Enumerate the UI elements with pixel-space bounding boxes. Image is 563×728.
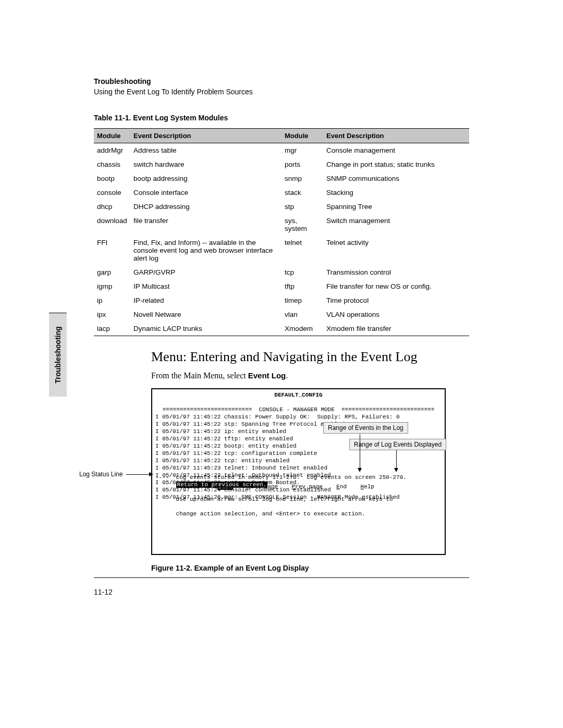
table-cell: addrMgr (94, 143, 130, 158)
body-bold: Event Log (248, 371, 286, 380)
console-log-line: I 05/01/97 11:45:22 tcp: entity enabled (155, 457, 442, 464)
table-cell: mgr (282, 143, 323, 158)
table-cell: download (94, 214, 130, 236)
table-cell: Find, Fix, and Inform) -- available in t… (130, 236, 282, 265)
table-row: ipIP-relatedtimepTime protocol (94, 293, 469, 307)
console-return-line: Return to previous screen. (176, 482, 268, 488)
table-row: downloadfile transfersys, systemSwitch m… (94, 214, 469, 236)
table-cell: ip (94, 293, 130, 307)
table-cell: FFI (94, 236, 130, 265)
table-cell: timep (282, 293, 323, 307)
table-cell: stack (282, 186, 323, 200)
console-divider: ========================== CONSOLE - MAN… (155, 406, 442, 413)
table-row: bootpbootp addressingsnmpSNMP communicat… (94, 171, 469, 186)
subsection-heading: Menu: Entering and Navigating in the Eve… (151, 349, 418, 365)
table-cell: switch hardware (130, 157, 282, 171)
arrow-head-right-icon (149, 472, 153, 476)
console-help-1: Use up/down arrow scroll log one line, l… (176, 496, 393, 502)
th-desc-2: Event Description (323, 129, 469, 143)
console-log-line: I 05/01/97 11:45:23 telnet: Inbound teln… (155, 464, 442, 472)
table-row: lacpDynamic LACP trunksXmodemXmodem file… (94, 322, 469, 336)
table-row: FFIFind, Fix, and Inform) -- available i… (94, 236, 469, 265)
table-cell: telnet (282, 236, 323, 265)
table-cell: DHCP addressing (130, 200, 282, 214)
table-cell: Switch management (323, 214, 469, 236)
table-cell: Console management (323, 143, 469, 158)
table-cell: lacp (94, 322, 130, 336)
console-help-2: change action selection, and <Enter> to … (176, 511, 365, 517)
table-cell: ports (282, 157, 323, 171)
subsection-body: From the Main Menu, select Event Log. (151, 371, 288, 380)
arrow-line (126, 474, 149, 475)
body-pre: From the Main Menu, select (151, 371, 248, 380)
table-cell: dhcp (94, 200, 130, 214)
table-cell: ipx (94, 307, 130, 322)
console-help-block: Return to previous screen. Use up/down a… (155, 474, 393, 525)
side-tab: Troubleshooting (49, 313, 67, 397)
arrow-head-down-icon (358, 468, 362, 472)
table-cell: console (94, 186, 130, 200)
table-cell: bootp addressing (130, 171, 282, 186)
table-cell: igmp (94, 279, 130, 293)
table-cell: Xmodem file transfer (323, 322, 469, 336)
table-cell: stp (282, 200, 323, 214)
table-cell: Address table (130, 143, 282, 158)
th-module-2: Module (282, 129, 323, 143)
page-number: 11-12 (94, 588, 113, 596)
table-row: addrMgrAddress tablemgrConsole managemen… (94, 143, 469, 158)
table-cell: IP-related (130, 293, 282, 307)
table-caption: Table 11-1. Event Log System Modules (94, 114, 469, 122)
table-cell: VLAN operations (323, 307, 469, 322)
arrow-head-down-icon-2 (394, 468, 398, 472)
table-cell: file transfer (130, 214, 282, 236)
table-cell: Novell Netware (130, 307, 282, 322)
table-cell: Console interface (130, 186, 282, 200)
console-screenshot: DEFAULT_CONFIG =========================… (151, 388, 446, 555)
table-cell: Change in port status; static trunks (323, 157, 469, 171)
table-cell: Telnet activity (323, 236, 469, 265)
table-row: garpGARP/GVRPtcpTransmission control (94, 265, 469, 279)
table-row: consoleConsole interfacestackStacking (94, 186, 469, 200)
console-blank (155, 399, 442, 406)
v-line-2 (396, 450, 397, 468)
figure-caption: Figure 11-2. Example of an Event Log Dis… (151, 564, 309, 572)
callout-range-displayed: Range of Log Events Displayed (349, 439, 446, 450)
table-cell: snmp (282, 171, 323, 186)
section-subheader: Using the Event Log To Identify Problem … (94, 88, 253, 96)
console-log-line: I 05/01/97 11:45:22 chassis: Power Suppl… (155, 413, 442, 421)
table-cell: SNMP communications (323, 171, 469, 186)
table-cell: GARP/GVRP (130, 265, 282, 279)
table-cell: chassis (94, 157, 130, 171)
side-tab-label: Troubleshooting (54, 326, 62, 384)
table-cell: tcp (282, 265, 323, 279)
v-line-1 (360, 434, 360, 468)
table-row: ipxNovell NetwarevlanVLAN operations (94, 307, 469, 322)
table-cell: Spanning Tree (323, 200, 469, 214)
callout-log-status: Log Status Line (79, 471, 123, 478)
table-row: igmpIP MulticasttftpFile transfer for ne… (94, 279, 469, 293)
table-cell: File transfer for new OS or config. (323, 279, 469, 293)
table-cell: Transmission control (323, 265, 469, 279)
callout-range-all: Range of Events in the Log (323, 422, 408, 434)
table-cell: vlan (282, 307, 323, 322)
table-cell: tftp (282, 279, 323, 293)
th-module-1: Module (94, 129, 130, 143)
table-cell: Xmodem (282, 322, 323, 336)
section-header: Troubleshooting (94, 77, 253, 85)
console-title: DEFAULT_CONFIG (155, 391, 442, 399)
body-post: . (286, 371, 288, 380)
table-cell: garp (94, 265, 130, 279)
table-row: dhcpDHCP addressingstpSpanning Tree (94, 200, 469, 214)
console-log-line: I 05/01/97 11:45:22 tcp: configuration c… (155, 450, 442, 457)
table-cell: IP Multicast (130, 279, 282, 293)
th-desc-1: Event Description (130, 129, 282, 143)
table-cell: Time protocol (323, 293, 469, 307)
table-cell: Stacking (323, 186, 469, 200)
table-row: chassisswitch hardwareportsChange in por… (94, 157, 469, 171)
table-cell: Dynamic LACP trunks (130, 322, 282, 336)
bottom-rule (94, 577, 469, 578)
table-cell: bootp (94, 171, 130, 186)
table-cell: sys, system (282, 214, 323, 236)
modules-table: Module Event Description Module Event De… (94, 128, 469, 336)
